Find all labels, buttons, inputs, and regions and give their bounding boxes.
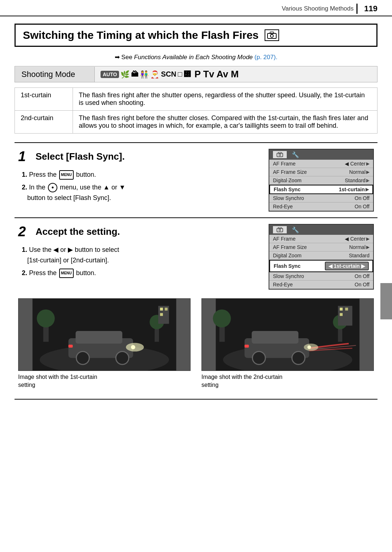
svg-rect-41 <box>345 308 348 311</box>
svg-point-33 <box>307 345 311 349</box>
image-2nd-caption: Image shot with the 2nd-curtain setting <box>201 373 374 389</box>
svg-rect-29 <box>252 331 299 344</box>
svg-rect-8 <box>278 227 281 229</box>
curtain-1st-desc: The flash fires right after the shutter … <box>73 88 377 111</box>
mode-icon-special: 🎅 <box>150 70 159 79</box>
menu-header-1: 🔧 <box>269 150 373 160</box>
section-label: Various Shooting Methods <box>282 5 354 12</box>
step-1-number: 1 <box>18 149 31 164</box>
step-1-header: 1 Select [Flash Sync]. <box>18 149 261 164</box>
menu-row-flash-sync: Flash Sync 1st-curtain ▶ <box>269 185 373 194</box>
right-tab <box>380 283 392 319</box>
svg-rect-17 <box>69 345 73 348</box>
step-1-instr-2: 2. In the ● menu, use the ▲ or ▼ button … <box>22 182 261 203</box>
svg-point-1 <box>270 34 273 37</box>
photo-2nd-curtain <box>201 298 374 371</box>
down-arrow-icon: ▼ <box>119 184 126 191</box>
step-2-menu-screenshot: 🔧 AF Frame ◀ Center ▶ AF Frame Size Norm… <box>269 224 374 290</box>
curtain-2nd-label: 2nd-curtain <box>15 111 73 134</box>
svg-point-31 <box>292 352 305 365</box>
auto-mode-icon: AUTO <box>101 71 119 78</box>
svg-rect-25 <box>160 313 163 316</box>
step-1-instr-1: 1. Press the MENU button. <box>22 169 261 180</box>
step-1-section: 1 Select [Flash Sync]. 1. Press the MENU… <box>15 142 377 218</box>
shooting-mode-label: Shooting Mode <box>15 67 95 82</box>
mode-icon-box2: ꟰ <box>184 70 191 78</box>
step-2-title: Accept the setting. <box>36 226 120 237</box>
see-functions: ➡ See Functions Available in Each Shooti… <box>15 53 377 61</box>
svg-rect-23 <box>160 308 163 311</box>
step-1-instructions: 1. Press the MENU button. 2. In the ● me… <box>18 169 261 203</box>
menu-row-af-size-2: AF Frame Size Normal ▶ <box>269 243 373 252</box>
step-2-instr-1: 1. Use the ◀ or ▶ button to select [1st-… <box>22 245 261 266</box>
step-2-instructions: 1. Use the ◀ or ▶ button to select [1st-… <box>18 245 261 278</box>
svg-rect-24 <box>165 308 168 311</box>
svg-rect-40 <box>340 308 343 311</box>
svg-point-14 <box>116 352 129 365</box>
page-number: 119 <box>364 4 377 13</box>
see-functions-italic: Functions Available in Each Shooting Mod… <box>134 54 253 61</box>
table-row: 1st-curtain The flash fires right after … <box>15 88 377 111</box>
menu-row-flash-sync-2: Flash Sync ◀ 1st-curtain ▶ <box>269 260 373 272</box>
svg-point-36 <box>213 310 231 328</box>
see-functions-text: See <box>121 54 134 61</box>
step-2-number: 2 <box>18 224 31 240</box>
svg-point-4 <box>279 154 281 156</box>
svg-rect-34 <box>245 345 249 348</box>
right-arrow-icon: ▶ <box>68 246 73 253</box>
step-1-inner: 1 Select [Flash Sync]. 1. Press the MENU… <box>15 149 377 212</box>
curtain-1st-label: 1st-curtain <box>15 88 73 111</box>
step-2-instr-2: 2. Press the MENU button. <box>22 268 261 278</box>
svg-point-19 <box>37 310 55 328</box>
see-functions-arrow: ➡ <box>115 54 120 61</box>
menu-row-red-eye: Red-Eye On Off <box>269 203 373 211</box>
svg-rect-2 <box>270 32 274 34</box>
curtain-info-table: 1st-curtain The flash fires right after … <box>15 87 377 134</box>
page-header: Various Shooting Methods 119 <box>0 0 392 16</box>
menu-rows-2: AF Frame ◀ Center ▶ AF Frame Size Normal… <box>269 235 373 289</box>
svg-point-30 <box>252 352 265 365</box>
page-container: Various Shooting Methods 119 Switching t… <box>0 0 392 410</box>
see-functions-link[interactable]: (p. 207). <box>254 54 277 61</box>
left-arrow-icon: ◀ <box>53 246 58 253</box>
mode-icon-person: 👫 <box>140 70 149 79</box>
mode-icon-box1: □ <box>178 70 182 78</box>
menu-row-af-frame: AF Frame ◀ Center ▶ <box>269 160 373 168</box>
svg-rect-12 <box>75 331 122 344</box>
menu-row-slow-synchro-2: Slow Synchro On Off <box>269 272 373 281</box>
page-title: Switching the Timing at which the Flash … <box>23 29 259 41</box>
step-1-content: 1 Select [Flash Sync]. 1. Press the MENU… <box>18 149 374 212</box>
svg-point-16 <box>131 345 135 349</box>
menu-row-af-size: AF Frame Size Normal ▶ <box>269 168 373 176</box>
table-row: 2nd-curtain The flash fires right before… <box>15 111 377 134</box>
menu-rows-1: AF Frame ◀ Center ▶ AF Frame Size Normal… <box>269 160 373 211</box>
svg-point-7 <box>279 229 281 231</box>
step-2-inner: 2 Accept the setting. 1. Use the ◀ or ▶ … <box>15 224 377 389</box>
sample-images-row: Image shot with the 1st-curtain setting <box>18 298 374 389</box>
menu-button-icon: MENU <box>59 170 73 180</box>
step-2-section: 2 Accept the setting. 1. Use the ◀ or ▶ … <box>15 218 377 400</box>
shooting-mode-icons: AUTO 🌿 🏔 👫 🎅 SCN □ ꟰ P Tv Av M <box>95 66 245 82</box>
camera-icon <box>265 29 279 41</box>
menu-row-digital-zoom-2: Digital Zoom Standard <box>269 252 373 260</box>
up-arrow-icon: ▲ <box>103 184 110 191</box>
menu-row-af-frame-2: AF Frame ◀ Center ▶ <box>269 235 373 243</box>
menu-row-slow-synchro: Slow Synchro On Off <box>269 194 373 203</box>
step-2-content: 2 Accept the setting. 1. Use the ◀ or ▶ … <box>18 224 374 290</box>
mode-icons-symbols: 🌿 <box>121 70 130 79</box>
step-1-title: Select [Flash Sync]. <box>36 151 125 162</box>
step-2-header: 2 Accept the setting. <box>18 224 261 240</box>
header-divider <box>356 4 358 14</box>
shooting-mode-circle-icon: ● <box>48 183 57 192</box>
step-1-left: 1 Select [Flash Sync]. 1. Press the MENU… <box>18 149 261 205</box>
menu-row-digital-zoom: Digital Zoom Standard ▶ <box>269 176 373 185</box>
curtain-2nd-desc: The flash fires right before the shutter… <box>73 111 377 134</box>
mode-icon-scn: SCN <box>161 70 176 78</box>
step-1-menu-screenshot: 🔧 AF Frame ◀ Center ▶ AF Frame Size Norm… <box>269 149 374 212</box>
image-1st-caption: Image shot with the 1st-curtain setting <box>18 373 191 389</box>
svg-point-13 <box>76 352 89 365</box>
main-content: Switching the Timing at which the Flash … <box>0 16 392 410</box>
menu-header-2: 🔧 <box>269 225 373 235</box>
photo-1st-curtain <box>18 298 191 371</box>
svg-rect-42 <box>340 313 343 316</box>
